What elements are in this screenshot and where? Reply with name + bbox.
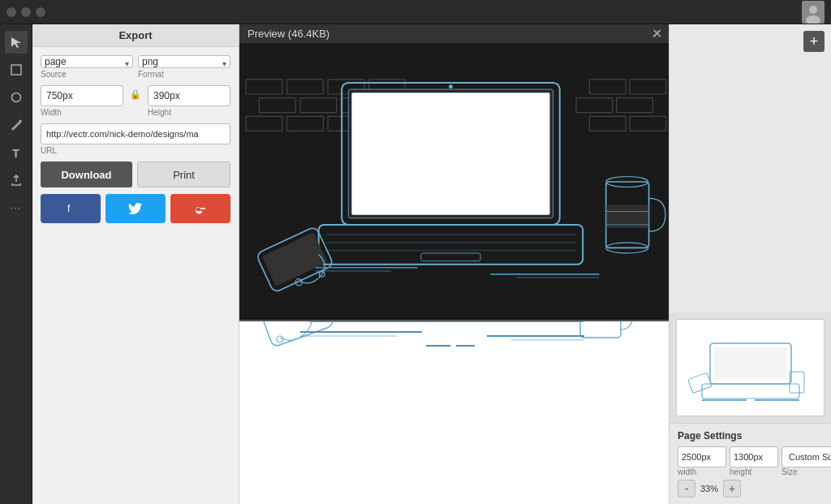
- page-settings-panel: Page Settings width height Custom Size L…: [670, 423, 831, 504]
- window-dot-1: [6, 7, 16, 17]
- width-input[interactable]: [41, 85, 123, 106]
- source-select[interactable]: page selection all: [41, 55, 133, 68]
- page-width-label: width: [678, 467, 726, 476]
- left-sidebar: T ···: [0, 24, 32, 504]
- svg-point-30: [449, 84, 453, 88]
- preview-content: [239, 44, 669, 320]
- svg-text:f: f: [67, 203, 71, 214]
- page-height-label: height: [730, 467, 778, 476]
- svg-rect-66: [714, 347, 787, 380]
- sidebar-item-pen[interactable]: [5, 114, 28, 136]
- thumbnail-svg: [686, 327, 816, 408]
- zoom-row: - 33% +: [678, 480, 823, 498]
- sidebar-item-upload[interactable]: [5, 169, 28, 192]
- export-panel: Export page selection all Source png jpg: [32, 24, 239, 504]
- preview-overlay: Preview (46.4KB) ⤢ ✕: [239, 24, 669, 321]
- sidebar-item-text[interactable]: T: [5, 141, 28, 164]
- svg-point-5: [11, 93, 20, 102]
- zoom-in-button[interactable]: +: [723, 480, 741, 498]
- action-buttons-row: Download Print: [41, 162, 230, 187]
- sidebar-item-circle[interactable]: [5, 86, 28, 109]
- export-panel-header: Export: [32, 24, 239, 47]
- size-label: Size: [781, 467, 831, 476]
- svg-marker-3: [11, 37, 21, 48]
- add-button[interactable]: +: [803, 31, 825, 52]
- top-bar: [0, 0, 831, 24]
- lock-icon: 🔒: [130, 89, 141, 100]
- print-button[interactable]: Print: [137, 162, 230, 187]
- height-label: Height: [148, 108, 230, 117]
- download-button[interactable]: Download: [41, 162, 132, 187]
- sidebar-item-shape[interactable]: [5, 58, 28, 81]
- format-select-wrapper: png jpg svg pdf Format: [138, 55, 230, 79]
- width-group: Width: [41, 85, 123, 117]
- size-select-group: Custom Size Letter A4 Size: [781, 446, 831, 476]
- preview-header: Preview (46.4KB) ⤢ ✕: [239, 24, 669, 44]
- window-dot-2: [21, 7, 31, 17]
- top-bar-controls: [6, 7, 45, 17]
- svg-point-6: [19, 120, 21, 123]
- format-select[interactable]: png jpg svg pdf: [138, 55, 230, 68]
- preview-title: Preview (46.4KB): [248, 28, 329, 40]
- url-label: URL: [41, 146, 230, 155]
- svg-rect-4: [11, 65, 21, 75]
- canvas-area: Preview (46.4KB) ⤢ ✕: [239, 24, 669, 504]
- twitter-share-button[interactable]: [105, 194, 166, 223]
- svg-point-1: [809, 6, 817, 14]
- zoom-out-button[interactable]: -: [678, 480, 695, 498]
- page-size-select[interactable]: Custom Size Letter A4: [781, 446, 831, 467]
- url-row: URL: [41, 123, 230, 155]
- right-panel: +: [669, 24, 831, 504]
- social-buttons-row: f: [41, 194, 230, 223]
- height-input[interactable]: [148, 85, 230, 106]
- height-group: Height: [148, 85, 230, 117]
- dimensions-row: Width 🔒 Height: [41, 85, 230, 117]
- page-settings-title: Page Settings: [678, 430, 823, 442]
- page-width-input[interactable]: [678, 446, 726, 467]
- page-size-row: width height Custom Size Letter A4 Size: [678, 446, 823, 476]
- preview-illustration: [239, 44, 669, 320]
- format-label: Format: [138, 70, 230, 79]
- url-input[interactable]: [41, 123, 230, 144]
- page-height-input[interactable]: [730, 446, 778, 467]
- right-panel-top: +: [670, 24, 831, 312]
- width-label: Width: [41, 108, 123, 117]
- source-select-wrapper: page selection all Source: [41, 55, 133, 79]
- close-icon[interactable]: ✕: [652, 26, 662, 41]
- export-body: page selection all Source png jpg svg pd…: [32, 47, 239, 231]
- sidebar-item-more[interactable]: ···: [5, 196, 28, 219]
- height-group: height: [730, 446, 778, 476]
- svg-rect-29: [351, 93, 549, 215]
- page-thumbnail[interactable]: [676, 319, 825, 416]
- main-layout: T ··· Export page selection all Source: [0, 24, 831, 504]
- zoom-value: 33%: [700, 484, 718, 493]
- source-format-row: page selection all Source png jpg svg pd…: [41, 55, 230, 79]
- google-share-button[interactable]: [170, 194, 230, 223]
- source-label: Source: [41, 70, 133, 79]
- width-group: width: [678, 446, 726, 476]
- user-avatar[interactable]: [802, 1, 825, 24]
- thumbnail-area: [670, 312, 831, 423]
- window-dot-3: [36, 7, 45, 17]
- facebook-share-button[interactable]: f: [41, 194, 101, 223]
- sidebar-item-cursor[interactable]: [5, 31, 28, 54]
